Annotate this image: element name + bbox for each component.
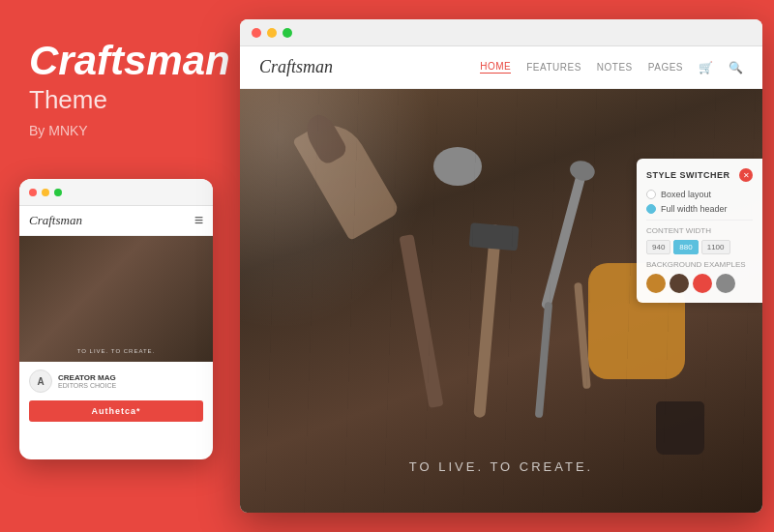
theme-title: Craftsman [29, 39, 203, 83]
switcher-divider [646, 220, 753, 221]
bg-swatches [646, 274, 753, 293]
light-effect [240, 89, 433, 331]
radio-fullwidth[interactable] [646, 204, 656, 214]
mobile-cta-button[interactable]: Authetca* [29, 400, 203, 422]
badge-circle: A [29, 369, 52, 393]
cart-icon[interactable]: 🛒 [699, 61, 713, 74]
switcher-close-button[interactable]: ✕ [739, 168, 753, 182]
option-boxed-label: Boxed layout [661, 190, 711, 199]
nav-link-pages[interactable]: PAGES [648, 62, 683, 73]
mobile-top-bar [19, 179, 213, 206]
badge-title: CREATOR MAG [58, 373, 116, 382]
desktop-mockup: Craftsman HOME FEATURES NOTES PAGES 🛒 🔍 [240, 19, 762, 513]
mobile-logo: Craftsman [29, 213, 82, 228]
mobile-hero: TO LIVE. TO CREATE. [19, 236, 213, 362]
desktop-dot-yellow-icon [267, 28, 277, 38]
radio-boxed[interactable] [646, 190, 656, 199]
badge-subtitle: EDITORS CHOICE [58, 382, 116, 389]
bg-swatch-2[interactable] [670, 274, 689, 293]
bg-swatch-4[interactable] [716, 274, 735, 293]
dot-green-icon [54, 189, 62, 196]
dot-yellow-icon [42, 189, 49, 196]
theme-subtitle: Theme [29, 85, 203, 115]
bg-swatch-1[interactable] [646, 274, 666, 293]
bg-swatch-3[interactable] [693, 274, 712, 293]
width-btn-880[interactable]: 880 [673, 240, 698, 254]
switcher-header: Style Switcher ✕ [646, 168, 753, 182]
hero-tagline: TO LIVE. TO CREATE. [240, 459, 762, 474]
mobile-hero-text: TO LIVE. TO CREATE. [19, 348, 213, 354]
left-panel: Craftsman Theme By MNKY Craftsman ≡ TO L… [0, 0, 232, 532]
switcher-option-fullwidth[interactable]: Full width header [646, 204, 753, 214]
dot-red-icon [29, 189, 37, 196]
desktop-hero: TO LIVE. TO CREATE. Style Switcher ✕ Box… [240, 89, 762, 513]
hamburger-icon[interactable]: ≡ [194, 212, 203, 229]
switcher-option-boxed[interactable]: Boxed layout [646, 190, 753, 199]
desktop-top-bar [240, 19, 762, 46]
search-icon[interactable]: 🔍 [729, 61, 743, 74]
mobile-bottom: A CREATOR MAG EDITORS CHOICE Authetca* [19, 362, 213, 429]
width-buttons: 940 880 1100 [646, 240, 753, 254]
nav-link-notes[interactable]: NOTES [597, 62, 633, 73]
bg-examples-label: Background examples [646, 260, 753, 269]
width-btn-1100[interactable]: 1100 [701, 240, 730, 254]
mobile-mockup: Craftsman ≡ TO LIVE. TO CREATE. A CREATO… [19, 179, 213, 459]
badge-text: CREATOR MAG EDITORS CHOICE [58, 373, 116, 389]
nav-link-features[interactable]: FEATURES [526, 62, 581, 73]
content-width-label: Content width [646, 226, 753, 235]
style-switcher-panel: Style Switcher ✕ Boxed layout Full width… [637, 159, 762, 303]
desktop-dot-green-icon [283, 28, 292, 38]
width-btn-940[interactable]: 940 [646, 240, 670, 254]
mobile-tools-bg [19, 236, 213, 362]
theme-author: By MNKY [29, 123, 203, 138]
option-fullwidth-label: Full width header [661, 204, 728, 214]
mobile-nav: Craftsman ≡ [19, 206, 213, 236]
desktop-dot-red-icon [252, 28, 261, 38]
nav-link-home[interactable]: HOME [480, 61, 511, 74]
switcher-title: Style Switcher [646, 170, 730, 180]
mobile-badge: A CREATOR MAG EDITORS CHOICE [29, 369, 203, 393]
desktop-nav-links: HOME FEATURES NOTES PAGES 🛒 🔍 [480, 61, 743, 74]
desktop-nav-logo: Craftsman [259, 57, 333, 77]
desktop-nav: Craftsman HOME FEATURES NOTES PAGES 🛒 🔍 [240, 46, 762, 89]
